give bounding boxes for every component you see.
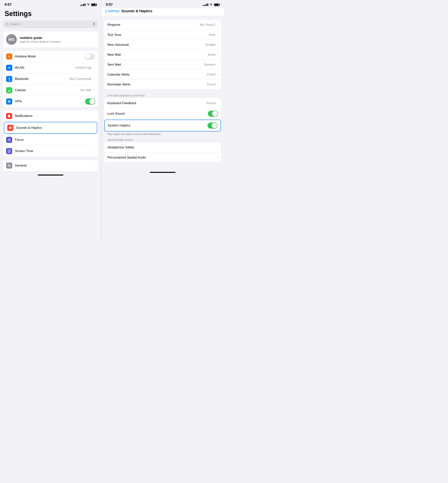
app-section: Notifications › Sounds & Haptics › Focus… — [3, 111, 98, 157]
system-haptics-toggle[interactable] — [208, 122, 217, 129]
lock-sound-wrapper: Lock Sound — [104, 108, 221, 119]
text-tone-value: Note — [209, 33, 216, 37]
reminder-alerts-row[interactable]: Reminder Alerts Chord › — [104, 79, 221, 89]
sounds-haptics-icon — [7, 125, 13, 131]
spatial-audio-chevron: › — [217, 155, 218, 160]
headphone-safety-row[interactable]: Headphone Safety › — [104, 143, 221, 153]
new-voicemail-label: New Voicemail — [107, 43, 205, 47]
profile-info: mobitrix guide Apple ID, iCloud, Media &… — [20, 36, 91, 43]
notifications-row[interactable]: Notifications › — [3, 111, 98, 121]
focus-icon — [6, 137, 12, 143]
profile-card[interactable]: MG mobitrix guide Apple ID, iCloud, Medi… — [3, 32, 98, 48]
search-placeholder: Search — [10, 22, 91, 26]
tones-card: Ringtone My Song 2 › Text Tone Note › Ne… — [104, 20, 221, 89]
right-battery-icon — [214, 3, 219, 6]
cellular-row[interactable]: Cellular No SIM › — [3, 85, 98, 96]
lock-sound-toggle[interactable] — [208, 111, 218, 117]
airplane-mode-row[interactable]: ✈ Airplane Mode — [3, 51, 98, 62]
sent-mail-value: Swoosh — [204, 63, 216, 67]
general-chevron: › — [94, 164, 95, 168]
svg-rect-4 — [8, 91, 8, 92]
cellular-chevron: › — [94, 88, 95, 92]
keyboard-feedback-row[interactable]: Keyboard Feedback Sound › — [104, 98, 221, 108]
text-tone-chevron: › — [217, 33, 218, 37]
sent-mail-row[interactable]: Sent Mail Swoosh › — [104, 59, 221, 69]
system-haptics-label: System Haptics — [108, 124, 208, 128]
new-mail-chevron: › — [217, 53, 218, 57]
keyboard-feedback-chevron: › — [217, 101, 218, 105]
wlan-row[interactable]: WLAN mobitrix-5g › — [3, 62, 98, 73]
ringtone-row[interactable]: Ringtone My Song 2 › — [104, 20, 221, 30]
vpn-label: VPN — [15, 100, 82, 103]
spatial-audio-label: Personalized Spatial Audio — [107, 156, 217, 160]
calendar-alerts-value: Chord — [207, 73, 216, 76]
nav-header: Settings Sounds & Haptics — [101, 8, 224, 16]
calendar-alerts-row[interactable]: Calendar Alerts Chord › — [104, 69, 221, 79]
search-icon — [6, 23, 9, 26]
text-tone-row[interactable]: Text Tone Note › — [104, 30, 221, 40]
screen-time-row[interactable]: Screen Time › — [3, 145, 98, 157]
focus-row[interactable]: Focus › — [3, 134, 98, 145]
airplane-mode-icon: ✈ — [6, 53, 12, 59]
wlan-chevron: › — [94, 66, 95, 70]
general-section: General › — [3, 160, 98, 171]
bluetooth-icon — [6, 76, 12, 82]
right-wifi-icon — [209, 3, 213, 7]
vpn-icon — [6, 98, 12, 105]
system-section-header: SYSTEM SOUNDS & HAPTICS — [101, 93, 224, 98]
notifications-label: Notifications — [15, 114, 91, 118]
system-haptics-row[interactable]: System Haptics — [105, 120, 220, 131]
left-status-bar: 9:57 — [0, 0, 101, 8]
sounds-haptics-selected[interactable]: Sounds & Haptics › — [4, 122, 97, 134]
focus-label: Focus — [15, 138, 91, 142]
new-voicemail-chevron: › — [217, 43, 218, 47]
screen-time-chevron: › — [94, 149, 95, 153]
nav-title: Sounds & Haptics — [121, 9, 152, 13]
profile-chevron: › — [94, 38, 95, 42]
bluetooth-chevron: › — [94, 77, 95, 81]
new-voicemail-value: Droplet — [205, 43, 216, 47]
ringtone-chevron: › — [217, 23, 218, 27]
right-home-indicator — [150, 172, 176, 173]
keyboard-feedback-value: Sound — [206, 101, 216, 105]
spatial-audio-row[interactable]: Personalized Spatial Audio › — [104, 153, 221, 162]
airplane-mode-toggle[interactable] — [85, 53, 95, 59]
profile-name: mobitrix guide — [20, 36, 91, 40]
notifications-chevron: › — [94, 114, 95, 118]
reminder-alerts-chevron: › — [217, 82, 218, 86]
svg-marker-12 — [9, 126, 11, 129]
settings-title: Settings — [0, 8, 101, 20]
new-mail-value: None — [208, 53, 216, 57]
new-voicemail-row[interactable]: New Voicemail Droplet › — [104, 40, 221, 50]
wlan-label: WLAN — [15, 66, 72, 70]
bluetooth-row[interactable]: Bluetooth Not Connected › — [3, 73, 98, 85]
sent-mail-label: Sent Mail — [107, 63, 204, 67]
vpn-toggle[interactable] — [85, 98, 95, 105]
keyboard-feedback-wrapper: Keyboard Feedback Sound › — [104, 98, 221, 108]
svg-rect-2 — [93, 23, 94, 24]
svg-line-1 — [8, 25, 8, 25]
back-label: Settings — [108, 9, 119, 13]
back-button[interactable]: Settings — [105, 9, 119, 13]
keyboard-feedback-label: Keyboard Feedback — [107, 101, 206, 105]
general-row[interactable]: General › — [3, 160, 98, 171]
profile-subtitle: Apple ID, iCloud, Media & Purchases — [20, 40, 91, 43]
headphone-safety-label: Headphone Safety — [107, 145, 217, 149]
lock-sound-row[interactable]: Lock Sound — [104, 108, 221, 119]
network-section: ✈ Airplane Mode WLAN mobitrix-5g › Bluet… — [3, 51, 98, 107]
new-mail-row[interactable]: New Mail None › — [104, 50, 221, 59]
calendar-alerts-label: Calendar Alerts — [107, 73, 207, 76]
screen-time-label: Screen Time — [15, 149, 91, 153]
system-haptics-highlight: System Haptics — [104, 120, 221, 131]
profile-row[interactable]: MG mobitrix guide Apple ID, iCloud, Medi… — [3, 32, 98, 48]
right-signal-icon — [203, 3, 208, 6]
search-bar[interactable]: Search — [3, 20, 98, 28]
bluetooth-label: Bluetooth — [15, 77, 67, 81]
sounds-haptics-row[interactable]: Sounds & Haptics › — [4, 122, 97, 133]
right-status-bar: 9:57 — [101, 0, 224, 8]
new-mail-label: New Mail — [107, 53, 208, 57]
vpn-row[interactable]: VPN — [3, 96, 98, 107]
svg-rect-7 — [10, 89, 10, 92]
svg-point-11 — [9, 117, 9, 118]
cellular-icon — [6, 87, 12, 93]
